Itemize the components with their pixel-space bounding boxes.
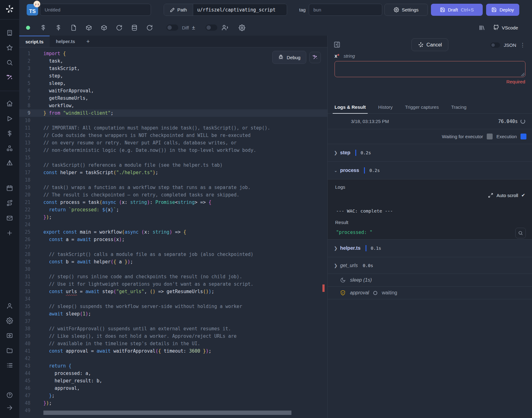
- code-line[interactable]: 14// non-deterministic logic (e.g. Date.…: [19, 147, 327, 154]
- building-icon[interactable]: [6, 29, 13, 37]
- code-line[interactable]: 8 workflow,: [19, 102, 327, 109]
- user-icon[interactable]: [6, 302, 13, 310]
- code-line[interactable]: 16// taskScript() references a module fi…: [19, 161, 327, 169]
- run-summary-row[interactable]: 3/18, 03:13:25 PM 76.040s: [328, 114, 532, 129]
- code-line[interactable]: 22 return `processed: ${x}`;: [19, 206, 327, 213]
- code-line[interactable]: 41 const approval = await waitForApprova…: [19, 347, 327, 355]
- code-line[interactable]: 5 sleep,: [19, 80, 327, 87]
- panel-tab-trigger-captures[interactable]: Trigger captures: [405, 101, 439, 113]
- timeline-row-get-urls[interactable]: ❯ get_urls 0.0s: [328, 257, 532, 274]
- pyramid-icon[interactable]: [6, 160, 13, 167]
- code-line[interactable]: 10: [19, 117, 327, 124]
- star-icon[interactable]: [6, 44, 13, 51]
- collapse-panel-icon[interactable]: [334, 41, 340, 48]
- users-icon[interactable]: [222, 24, 228, 31]
- mail-icon[interactable]: [6, 214, 13, 222]
- code-line[interactable]: 45 helper_result: b,: [19, 377, 327, 385]
- code-line[interactable]: 25export const main = workflow(async (x:…: [19, 228, 327, 236]
- timeline-row-step[interactable]: ❯ step 0.2s: [328, 144, 532, 162]
- code-line[interactable]: 23});: [19, 213, 327, 221]
- boxes-icon[interactable]: [6, 145, 13, 152]
- search-icon[interactable]: [6, 59, 13, 66]
- code-line[interactable]: 39 // Like sleep(), it does not hold a w…: [19, 332, 327, 340]
- code-line[interactable]: 29 const b = await helper({ a });: [19, 258, 327, 266]
- code-line[interactable]: 12// Code outside these wrappers is NOT …: [19, 132, 327, 139]
- horizontal-scrollbar[interactable]: [43, 411, 291, 415]
- code-line[interactable]: 30: [19, 266, 327, 273]
- code-line[interactable]: 21const process = task(async (x: string)…: [19, 199, 327, 206]
- id-card-icon[interactable]: [6, 332, 13, 339]
- arrow-right-icon[interactable]: [6, 404, 13, 411]
- code-line[interactable]: 46 approval,: [19, 385, 327, 392]
- cancel-run-button[interactable]: Cancel: [411, 38, 449, 51]
- dollar-icon[interactable]: [6, 130, 13, 137]
- code-line[interactable]: 7 getResumeUrls,: [19, 95, 327, 102]
- panel-tab-tracing[interactable]: Tracing: [451, 101, 466, 113]
- code-line[interactable]: 4 step,: [19, 72, 327, 80]
- folder-icon[interactable]: [6, 347, 13, 354]
- rotate-cw-icon[interactable]: [116, 24, 122, 31]
- timeline-row-helper[interactable]: ❯ helper.ts 0.1s: [328, 240, 532, 257]
- plus-icon[interactable]: [6, 229, 13, 237]
- package-icon[interactable]: [101, 24, 107, 31]
- code-line[interactable]: 19// task() wraps a function as a workfl…: [19, 184, 327, 191]
- code-line[interactable]: 24: [19, 221, 327, 228]
- code-line[interactable]: 38 // waitForApproval() suspends until a…: [19, 325, 327, 332]
- dollar-icon[interactable]: [40, 24, 47, 31]
- draft-button[interactable]: Draft Ctrl+S: [431, 4, 483, 16]
- code-line[interactable]: 43 return {: [19, 362, 327, 370]
- code-line[interactable]: 17const helper = taskScript("./helper.ts…: [19, 169, 327, 176]
- file-icon[interactable]: [70, 24, 77, 31]
- calendar-icon[interactable]: [6, 184, 13, 192]
- code-editor[interactable]: 1import {2 task,3 taskScript,4 step,5 sl…: [19, 47, 327, 418]
- timeline-row-process[interactable]: ⌄ process 0.2s: [328, 162, 532, 179]
- code-line[interactable]: 40 // available in the timeline step's d…: [19, 340, 327, 347]
- code-line[interactable]: 18: [19, 176, 327, 184]
- diff-plusminus-icon[interactable]: ±: [192, 24, 195, 31]
- tag-input[interactable]: [309, 4, 382, 16]
- code-line[interactable]: 6 waitForApproval,: [19, 87, 327, 95]
- multiplayer-toggle[interactable]: [206, 24, 217, 31]
- play-icon[interactable]: [6, 115, 13, 122]
- help-icon[interactable]: [6, 391, 13, 399]
- code-line[interactable]: 3 taskScript,: [19, 65, 327, 72]
- tab-helper-ts[interactable]: helper.ts: [50, 36, 81, 47]
- refresh-cw-icon[interactable]: [146, 24, 153, 31]
- add-tab-button[interactable]: +: [81, 36, 95, 47]
- home-icon[interactable]: [6, 100, 13, 107]
- code-line[interactable]: 28 // taskScript() calls a module file a…: [19, 251, 327, 258]
- code-line[interactable]: 15: [19, 154, 327, 161]
- timeline-event-sleep[interactable]: sleep (1s): [328, 274, 532, 287]
- code-line[interactable]: 20// The result is checkpointed — on ret…: [19, 191, 327, 199]
- open-in-vscode-link[interactable]: VScode: [493, 25, 518, 30]
- diff-toggle[interactable]: [166, 24, 178, 31]
- code-line[interactable]: 35 // sleep() suspends the workflow serv…: [19, 303, 327, 310]
- editor-settings-gear-icon[interactable]: [239, 24, 245, 31]
- status-dot-icon[interactable]: [25, 24, 31, 31]
- timeline-event-approval[interactable]: approval waiting: [328, 287, 532, 299]
- library-icon[interactable]: [479, 24, 485, 31]
- code-line[interactable]: 33 const urls = await step("get_urls", (…: [19, 288, 327, 295]
- tab-script-ts[interactable]: script.ts: [19, 36, 50, 47]
- json-toggle[interactable]: [490, 42, 500, 48]
- database-icon[interactable]: [131, 24, 138, 31]
- code-line[interactable]: 32 // Use it for lightweight operations …: [19, 280, 327, 288]
- argument-input[interactable]: [335, 61, 525, 77]
- code-line[interactable]: 26 const a = await process(x);: [19, 236, 327, 243]
- script-name-input[interactable]: [40, 4, 151, 16]
- debug-button[interactable]: Debug: [272, 51, 306, 64]
- deploy-button[interactable]: Deploy: [486, 4, 519, 16]
- ai-assistant-button[interactable]: [309, 52, 321, 63]
- code-line[interactable]: 13// on every resume or retry. Never put…: [19, 139, 327, 147]
- code-line[interactable]: 11// IMPORTANT: All computation must hap…: [19, 124, 327, 132]
- code-line[interactable]: 48});: [19, 399, 327, 407]
- result-search-button[interactable]: [515, 228, 526, 238]
- script-path-value[interactable]: u/rfiszel/captivating_script: [193, 4, 287, 15]
- code-line[interactable]: 9} from "windmill-client";: [19, 109, 327, 117]
- code-line[interactable]: 27: [19, 243, 327, 251]
- panel-tab-history[interactable]: History: [378, 101, 393, 113]
- package-icon[interactable]: [86, 24, 92, 31]
- windmill-logo-icon[interactable]: [5, 4, 14, 14]
- kebab-menu-icon[interactable]: ⋮: [520, 42, 525, 48]
- code-line[interactable]: 42: [19, 355, 327, 362]
